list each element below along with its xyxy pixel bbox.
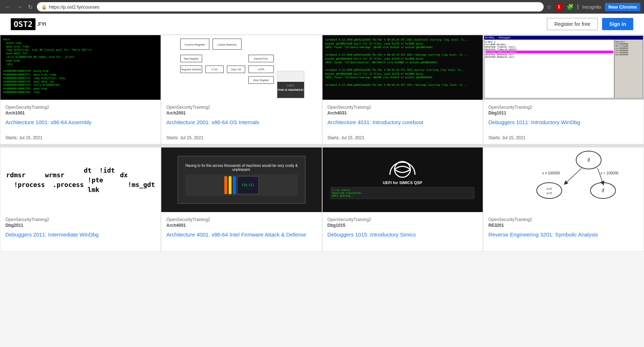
course-thumbnail: coreboot-4.13-2460-g06422ae830 Thu Mar 4… [323, 35, 483, 100]
course-org: OpenSecurityTraining2 [5, 217, 156, 222]
course-thumbnail: main: pushq %rbp movq %rsp, %rbp leaq 0x… [0, 35, 161, 100]
course-org: OpenSecurityTraining2 [5, 105, 156, 110]
courses-container: main: pushq %rbp movq %rsp, %rbp leaq 0x… [0, 35, 644, 252]
header-actions: Register for free Sign in [547, 18, 633, 30]
svg-text:Desc Tbl: Desc Tbl [231, 68, 241, 71]
extensions-icon[interactable]: 🧩 [567, 4, 574, 10]
course-code: RE3201 [488, 223, 639, 228]
course-code: Dbg1011 [488, 111, 639, 116]
svg-line-29 [565, 168, 581, 183]
course-thumbnail: Control Register Linear Address Task Reg… [161, 35, 321, 100]
course-date: Starts: Jul 15, 2021 [5, 130, 156, 140]
svg-text:x = 100000: x = 100000 [600, 171, 618, 175]
course-org: OpenSecurityTraining2 [166, 217, 316, 222]
svg-text:x ≠ 100000: x ≠ 100000 [542, 171, 560, 175]
svg-text:TI SS: TI SS [211, 68, 218, 71]
back-button[interactable]: ← [4, 2, 12, 11]
courses-grid: main: pushq %rbp movq %rsp, %rbp leaq 0x… [0, 35, 644, 252]
svg-line-30 [597, 168, 603, 183]
site-header: OST2 .FYI Register for free Sign in [0, 14, 644, 35]
course-org: OpenSecurityTraining2 [328, 105, 478, 110]
svg-text:Linear Address: Linear Address [218, 43, 237, 46]
svg-text:Control Register: Control Register [185, 43, 205, 46]
course-title[interactable]: Architecture 2001: x86-64 OS Internals [166, 118, 316, 126]
profile-badge[interactable]: 1 [555, 3, 563, 11]
course-card[interactable]: coreboot-4.13-2460-g06422ae830 Thu Mar 4… [322, 35, 483, 144]
course-org: OpenSecurityTraining2 [488, 105, 639, 110]
course-date: Starts: Jul 15, 2021 [328, 130, 478, 140]
course-title[interactable]: Architecture 1001: x86-64 Assembly [5, 118, 156, 126]
signin-button[interactable]: Sign in [602, 18, 633, 30]
svg-text:Desc Register: Desc Register [253, 79, 269, 82]
course-card[interactable]: Having to fix this across thousands of m… [161, 147, 322, 252]
svg-text:Internet Prot.: Internet Prot. [254, 57, 269, 60]
logo-box: OST2 [11, 18, 35, 30]
course-date: Starts: Jul 15, 2021 [488, 130, 639, 140]
refresh-button[interactable]: ↻ [27, 2, 34, 12]
course-code: Arch4031 [328, 111, 478, 116]
course-title[interactable]: Architecture 4031: Introductory coreboot [328, 118, 478, 126]
course-title[interactable]: Debuggers 1011: Introductory WinDbg [488, 118, 639, 126]
course-org: OpenSecurityTraining2 [328, 217, 478, 222]
course-card[interactable]: if x ≠ 100000 x = 100000 x=0 y=0 if Open… [483, 147, 644, 252]
course-code: Arch1001 [5, 111, 156, 116]
course-code: Dbg2011 [5, 223, 156, 228]
svg-text:if: if [587, 157, 590, 163]
course-thumbnail: WinDbg - Debugger 0:001> k ChildEBP RetA… [483, 35, 644, 100]
course-title[interactable]: Reverse Engineering 3201: Symbolic Analy… [488, 231, 639, 238]
logo[interactable]: OST2 .FYI [11, 18, 46, 30]
course-date [5, 242, 156, 248]
svg-text:Task Register: Task Register [184, 57, 199, 60]
course-card[interactable]: Control Register Linear Address Task Reg… [161, 35, 322, 144]
incognito-button[interactable]: Incognito [582, 4, 601, 10]
course-org: OpenSecurityTraining2 [166, 105, 316, 110]
course-thumbnail: if x ≠ 100000 x = 100000 x=0 y=0 if [483, 147, 644, 212]
url-text: https://p.ost2.fyi/courses [49, 4, 99, 10]
browser-actions: ☆ 1 🧩 | Incognito New Chrome [547, 3, 640, 11]
course-date: Starts: Jul 15, 2021 [166, 130, 316, 140]
bookmark-icon[interactable]: ☆ [547, 4, 552, 10]
course-card[interactable]: rdmsr !process wrmsr .process dt !idt !p… [0, 147, 161, 252]
course-thumbnail: Having to fix this across thousands of m… [161, 147, 321, 212]
course-date [488, 242, 639, 248]
url-bar[interactable]: 🔒 https://p.ost2.fyi/courses [37, 2, 544, 11]
course-title[interactable]: Debuggers 2011: Intermediate WinDbg [5, 231, 156, 238]
new-chrome-button[interactable]: New Chrome [605, 3, 640, 11]
svg-text:if: if [602, 188, 604, 193]
course-title[interactable]: Debuggers 1015: Introductory Simics [328, 231, 478, 238]
svg-text:LDTR: LDTR [258, 68, 264, 71]
svg-point-24 [395, 161, 410, 177]
course-code: Arch2001 [166, 111, 316, 116]
svg-text:y=0: y=0 [547, 191, 552, 195]
logo-fyi: .FYI [37, 21, 46, 27]
course-thumbnail: rdmsr !process wrmsr .process dt !idt !p… [0, 147, 161, 212]
course-card[interactable]: UEFI for SIMICS QSP > run simics Startin… [322, 147, 483, 252]
forward-button[interactable]: → [15, 2, 24, 11]
svg-text:C3PO: C3PO [287, 84, 294, 87]
svg-point-31 [536, 183, 562, 198]
course-title[interactable]: Architecture 4001: x86-64 Intel Firmware… [166, 231, 316, 238]
browser-bar: ← → ↻ 🔒 https://p.ost2.fyi/courses ☆ 1 🧩… [0, 0, 644, 14]
register-button[interactable]: Register for free [547, 18, 598, 30]
course-card[interactable]: WinDbg - Debugger 0:001> k ChildEBP RetA… [483, 35, 644, 144]
course-card[interactable]: main: pushq %rbp movq %rsp, %rbp leaq 0x… [0, 35, 161, 144]
course-thumbnail: UEFI for SIMICS QSP > run simics Startin… [323, 147, 483, 212]
svg-text:THIS IS MADNESS!: THIS IS MADNESS! [277, 88, 304, 92]
course-code: Dbg1015 [328, 223, 478, 228]
course-date [328, 242, 478, 248]
course-date [166, 242, 316, 248]
course-code: Arch4001 [166, 223, 316, 228]
course-org: OpenSecurityTraining2 [488, 217, 639, 222]
svg-text:x=0: x=0 [547, 187, 552, 191]
svg-text:Segment Selector: Segment Selector [181, 68, 201, 71]
